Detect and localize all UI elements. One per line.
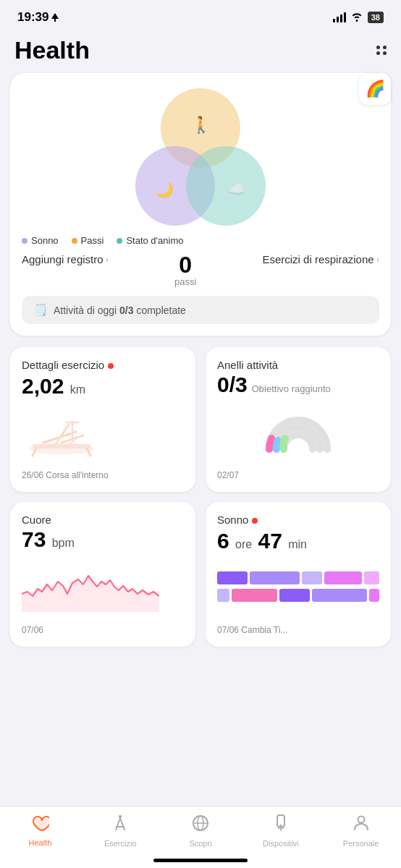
- activity-bar-icon: 🗒️: [33, 303, 48, 317]
- nav-exercise-label: Esercizio: [104, 839, 137, 848]
- sleep-bar-rem: [302, 571, 322, 584]
- activity-bar-text: Attività di oggi 0/3 completate: [54, 305, 186, 316]
- sleep-venn-icon: 🌙: [156, 181, 174, 198]
- sleep-value: 6 ore 47 min: [217, 529, 379, 553]
- rainbow-arc-area: [217, 396, 379, 466]
- treadmill-area: [22, 398, 184, 466]
- breathing-button[interactable]: Esercizi di respirazione ›: [262, 253, 379, 265]
- svg-rect-0: [54, 18, 56, 22]
- sleep-bar-s3: [279, 589, 310, 602]
- svg-point-27: [358, 817, 364, 823]
- mood-venn-icon: ☁️: [227, 181, 245, 198]
- legend-stato: Stato d'animo: [117, 235, 183, 246]
- heart-chart-area: [22, 551, 184, 621]
- circle-stato: [186, 146, 266, 226]
- activity-rings-card[interactable]: Anelli attività 0/3 Obiettivo raggiunto: [206, 347, 391, 492]
- activity-bar[interactable]: 🗒️ Attività di oggi 0/3 completate: [22, 296, 379, 324]
- nav-discover-label: Scopri: [189, 839, 211, 848]
- svg-rect-7: [33, 444, 90, 448]
- exercise-card-title-row: Dettagli esercizio: [22, 359, 184, 373]
- personal-nav-icon: [352, 814, 371, 837]
- wifi-icon: [350, 12, 363, 24]
- heart-card-title: Cuore: [22, 514, 184, 526]
- nav-discover[interactable]: Scopri: [179, 814, 222, 848]
- exercise-footer: 26/06 Corsa all'interno: [22, 466, 184, 480]
- sleep-bar-row-2: [217, 589, 379, 602]
- nav-health-label: Health: [28, 838, 51, 847]
- treadmill-icon: [22, 407, 109, 457]
- sleep-bars-area: [217, 553, 379, 621]
- rings-sub: Obiettivo raggiunto: [252, 383, 331, 394]
- summary-card: 🌈 🚶 🌙 ☁️ Sonno: [10, 73, 391, 336]
- add-registro-button[interactable]: Aggiungi registro ›: [22, 253, 109, 265]
- signal-icon: [333, 12, 346, 22]
- sleep-card-title-row: Sonno: [217, 514, 379, 527]
- status-icons: 38: [333, 12, 384, 24]
- heart-value: 73 bpm: [22, 527, 184, 551]
- cards-grid: Dettagli esercizio 2,02 km: [10, 347, 391, 647]
- legend-passi: Passi: [72, 235, 104, 246]
- add-registro-chevron: ›: [106, 254, 109, 265]
- sleep-card-title: Sonno: [217, 514, 248, 526]
- nav-personal-label: Personale: [343, 839, 379, 848]
- legend: Sonno Passi Stato d'animo: [22, 235, 379, 246]
- sleep-bar-deep: [217, 571, 248, 584]
- svg-point-24: [280, 825, 282, 826]
- stato-dot: [117, 238, 122, 244]
- exercise-nav-icon: [111, 814, 130, 837]
- activity-rings-svg: [258, 402, 338, 460]
- sleep-bar-s4: [312, 589, 367, 602]
- home-indicator: [153, 859, 248, 862]
- sleep-bar-s2: [232, 589, 277, 602]
- rings-value: 0/3: [217, 373, 248, 396]
- sleep-bar-light: [250, 571, 300, 584]
- nav-health[interactable]: Health: [18, 814, 62, 847]
- venn-diagram: 🚶 🌙 ☁️: [22, 85, 379, 229]
- sleep-bar-row-1: [217, 571, 379, 584]
- heart-rate-chart: [22, 554, 159, 612]
- heart-footer: 07/06: [22, 621, 184, 635]
- health-nav-icon: [30, 814, 49, 836]
- page-title: Health: [14, 36, 90, 64]
- location-icon: [51, 13, 59, 22]
- menu-button[interactable]: [376, 46, 387, 55]
- svg-marker-13: [22, 576, 159, 612]
- nav-devices[interactable]: Dispositivi: [259, 814, 303, 848]
- steps-label: passi: [174, 276, 196, 287]
- nav-personal[interactable]: Personale: [339, 814, 383, 848]
- sonno-dot: [22, 238, 28, 244]
- rings-card-title: Anelli attività: [217, 359, 379, 371]
- sleep-card[interactable]: Sonno 6 ore 47 min: [206, 502, 391, 647]
- breathing-chevron: ›: [376, 254, 379, 265]
- steps-value: 0: [174, 253, 196, 276]
- steps-center: 0 passi: [174, 253, 196, 287]
- battery-icon: 38: [368, 12, 384, 23]
- exercise-value: 2,02 km: [22, 374, 184, 398]
- heart-card[interactable]: Cuore 73 bpm 07/06: [10, 502, 195, 647]
- passi-dot: [72, 238, 77, 244]
- sleep-bar-awake: [324, 571, 362, 584]
- sleep-bar-s5: [369, 589, 379, 602]
- discover-nav-icon: [191, 814, 210, 837]
- scroll-area: 🌈 🚶 🌙 ☁️ Sonno: [0, 73, 401, 671]
- rings-footer: 02/07: [217, 466, 379, 480]
- status-bar: 19:39 38: [0, 0, 401, 30]
- status-time: 19:39: [17, 10, 59, 25]
- nav-devices-label: Dispositivi: [263, 839, 299, 848]
- exercise-card[interactable]: Dettagli esercizio 2,02 km: [10, 347, 195, 492]
- steps-venn-icon: 🚶: [191, 116, 211, 135]
- sleep-footer: 07/06 Cambia Ti...: [217, 621, 379, 635]
- svg-line-16: [120, 819, 122, 825]
- sleep-red-dot: [252, 518, 258, 524]
- rings-value-row: 0/3 Obiettivo raggiunto: [217, 373, 379, 396]
- nav-exercise[interactable]: Esercizio: [98, 814, 142, 848]
- legend-sonno: Sonno: [22, 235, 59, 246]
- devices-nav-icon: [271, 814, 290, 837]
- sleep-bar-light2: [364, 571, 379, 584]
- exercise-red-dot: [108, 363, 114, 369]
- steps-row: Aggiungi registro › 0 passi Esercizi di …: [22, 253, 379, 287]
- app-header: Health: [0, 30, 401, 73]
- sleep-bar-s1: [217, 589, 229, 602]
- exercise-card-title: Dettagli esercizio: [22, 359, 104, 371]
